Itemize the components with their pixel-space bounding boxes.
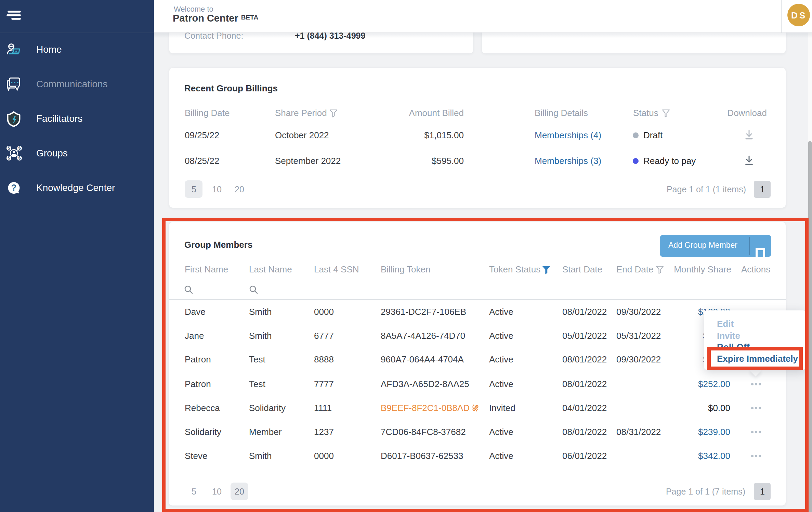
svg-text:$: $ (18, 156, 21, 161)
svg-text:$: $ (8, 156, 10, 161)
svg-text:$: $ (18, 146, 21, 151)
svg-text:$: $ (8, 146, 10, 151)
svg-text:?: ? (11, 182, 17, 193)
